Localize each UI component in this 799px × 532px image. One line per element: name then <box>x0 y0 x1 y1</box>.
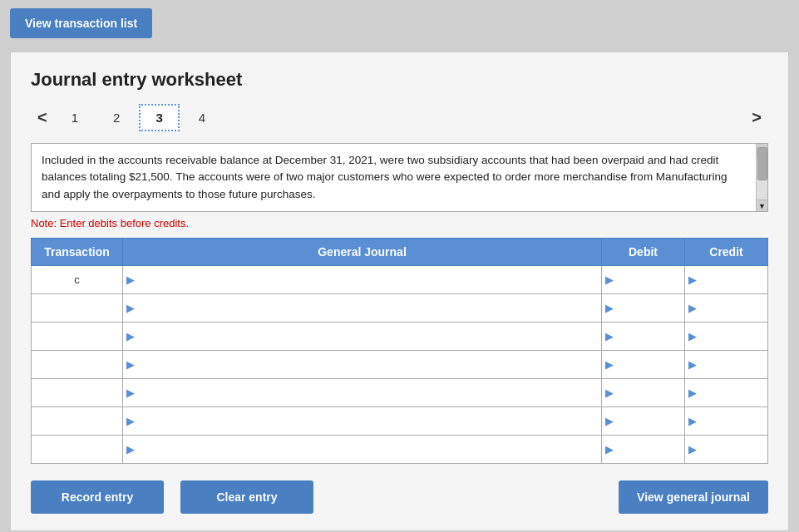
credit-arrow-3: ▶ <box>685 358 697 371</box>
general-journal-cell-5[interactable]: ▶ <box>123 406 602 435</box>
debit-cell-1[interactable]: ▶ <box>602 293 685 322</box>
general-journal-arrow-5: ▶ <box>123 415 135 427</box>
general-journal-input-4[interactable] <box>135 379 601 406</box>
general-journal-cell-1[interactable]: ▶ <box>123 293 602 322</box>
scrollbar[interactable]: ▲ ▼ <box>756 144 767 211</box>
transaction-cell-3 <box>32 350 123 378</box>
table-row: ▶▶▶ <box>32 406 768 435</box>
credit-arrow-6: ▶ <box>685 443 697 456</box>
general-journal-arrow-6: ▶ <box>123 443 135 456</box>
credit-cell-5[interactable]: ▶ <box>685 406 768 435</box>
credit-arrow-4: ▶ <box>685 387 697 399</box>
credit-arrow-1: ▶ <box>685 302 697 314</box>
record-entry-button[interactable]: Record entry <box>31 480 164 514</box>
transaction-cell-5 <box>32 406 123 435</box>
debit-cell-3[interactable]: ▶ <box>602 350 685 378</box>
debit-input-0[interactable] <box>614 266 684 293</box>
credit-cell-0[interactable]: ▶ <box>685 265 768 293</box>
general-journal-arrow-3: ▶ <box>123 358 135 371</box>
credit-input-0[interactable] <box>697 266 767 293</box>
debit-arrow-2: ▶ <box>602 330 614 342</box>
credit-arrow-0: ▶ <box>685 273 697 286</box>
debit-input-1[interactable] <box>614 294 684 322</box>
bottom-buttons: Record entry Clear entry View general jo… <box>31 480 768 514</box>
general-journal-cell-2[interactable]: ▶ <box>123 322 602 350</box>
general-journal-input-0[interactable] <box>135 266 601 293</box>
credit-cell-4[interactable]: ▶ <box>685 378 768 406</box>
debit-arrow-6: ▶ <box>602 443 614 456</box>
general-journal-input-1[interactable] <box>135 294 601 322</box>
general-journal-input-5[interactable] <box>135 407 601 435</box>
debit-input-2[interactable] <box>614 323 684 350</box>
credit-cell-2[interactable]: ▶ <box>685 322 768 350</box>
credit-cell-1[interactable]: ▶ <box>685 293 768 322</box>
credit-input-6[interactable] <box>697 436 767 463</box>
debit-cell-4[interactable]: ▶ <box>602 378 685 406</box>
tab-3[interactable]: 3 <box>139 104 179 131</box>
worksheet-title: Journal entry worksheet <box>31 69 768 91</box>
debit-cell-5[interactable]: ▶ <box>602 406 685 435</box>
journal-table: Transaction General Journal Debit Credit… <box>31 238 768 464</box>
debit-input-5[interactable] <box>614 407 684 435</box>
main-container: Journal entry worksheet < 1 2 3 4 > Incl… <box>10 52 789 531</box>
table-row: ▶▶▶ <box>32 293 768 322</box>
general-journal-input-6[interactable] <box>135 436 601 463</box>
transaction-cell-2 <box>32 322 123 350</box>
debit-cell-2[interactable]: ▶ <box>602 322 685 350</box>
debit-arrow-4: ▶ <box>602 387 614 399</box>
debit-input-6[interactable] <box>614 436 684 463</box>
tab-prev-arrow[interactable]: < <box>31 106 54 129</box>
general-journal-arrow-4: ▶ <box>123 387 135 399</box>
table-row: ▶▶▶ <box>32 435 768 463</box>
table-row: ▶▶▶ <box>32 322 768 350</box>
credit-arrow-5: ▶ <box>685 415 697 427</box>
general-journal-cell-4[interactable]: ▶ <box>123 378 602 406</box>
general-journal-arrow-0: ▶ <box>123 273 135 286</box>
tab-next-arrow[interactable]: > <box>745 106 768 129</box>
credit-input-5[interactable] <box>697 407 767 435</box>
table-row: c▶▶▶ <box>32 265 768 293</box>
credit-cell-3[interactable]: ▶ <box>685 350 768 378</box>
credit-input-3[interactable] <box>697 351 767 378</box>
tab-navigation: < 1 2 3 4 > <box>31 104 768 131</box>
general-journal-arrow-1: ▶ <box>123 302 135 314</box>
credit-input-4[interactable] <box>697 379 767 406</box>
table-row: ▶▶▶ <box>32 378 768 406</box>
general-journal-cell-3[interactable]: ▶ <box>123 350 602 378</box>
tab-1[interactable]: 1 <box>56 105 94 131</box>
credit-input-1[interactable] <box>697 294 767 322</box>
scroll-down-arrow[interactable]: ▼ <box>756 200 767 211</box>
credit-arrow-2: ▶ <box>685 330 697 342</box>
debit-cell-0[interactable]: ▶ <box>602 265 685 293</box>
general-journal-input-2[interactable] <box>135 323 601 350</box>
transaction-cell-1 <box>32 293 123 322</box>
general-journal-cell-0[interactable]: ▶ <box>123 265 602 293</box>
credit-input-2[interactable] <box>697 323 767 350</box>
description-text: Included in the accounts receivable bala… <box>42 152 757 203</box>
debit-cell-6[interactable]: ▶ <box>602 435 685 463</box>
tab-2[interactable]: 2 <box>97 105 136 131</box>
credit-cell-6[interactable]: ▶ <box>685 435 768 463</box>
debit-input-3[interactable] <box>614 351 684 378</box>
debit-arrow-0: ▶ <box>602 273 614 286</box>
table-row: ▶▶▶ <box>32 350 768 378</box>
col-header-debit: Debit <box>602 238 685 265</box>
debit-arrow-5: ▶ <box>602 415 614 427</box>
col-header-general-journal: General Journal <box>123 238 602 265</box>
debit-arrow-3: ▶ <box>602 358 614 371</box>
view-general-journal-button[interactable]: View general journal <box>619 480 768 514</box>
clear-entry-button[interactable]: Clear entry <box>180 480 313 514</box>
general-journal-cell-6[interactable]: ▶ <box>123 435 602 463</box>
general-journal-arrow-2: ▶ <box>123 330 135 342</box>
view-transaction-button[interactable]: View transaction list <box>10 8 152 38</box>
general-journal-input-3[interactable] <box>135 351 601 378</box>
transaction-cell-0: c <box>32 265 123 293</box>
description-box: Included in the accounts receivable bala… <box>31 143 768 212</box>
transaction-cell-4 <box>32 378 123 406</box>
debit-input-4[interactable] <box>614 379 684 406</box>
col-header-credit: Credit <box>685 238 768 265</box>
tab-4[interactable]: 4 <box>183 105 221 131</box>
col-header-transaction: Transaction <box>32 238 123 265</box>
scrollbar-thumb[interactable] <box>757 147 767 180</box>
debit-arrow-1: ▶ <box>602 302 614 314</box>
